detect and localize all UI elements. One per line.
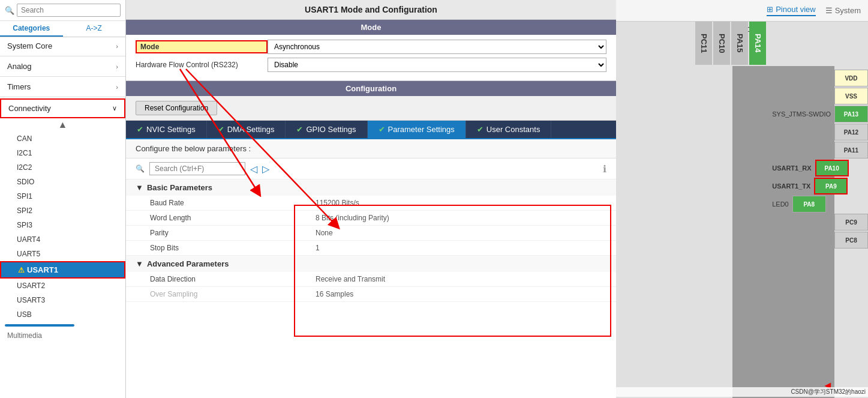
search-input[interactable]	[17, 4, 121, 17]
param-name-data-direction: Data Direction	[126, 272, 306, 286]
tab-user-constants[interactable]: ✔ User Constants	[466, 121, 552, 138]
param-tab-label: Parameter Settings	[388, 125, 455, 134]
sidebar-item-i2c2[interactable]: I2C2	[0, 160, 125, 175]
tab-nvic-settings[interactable]: ✔ NVIC Settings	[126, 121, 207, 138]
sidebar-item-usart2[interactable]: USART2	[0, 279, 125, 293]
pin-pa11[interactable]: PA11	[834, 142, 868, 158]
sidebar-group-connectivity[interactable]: Mode Connectivity ∨	[0, 98, 125, 118]
pin-pa15[interactable]: PA15	[731, 22, 748, 65]
sidebar-item-spi3[interactable]: SPI3	[0, 218, 125, 232]
params-area: Configure the below parameters : 🔍 ◁ ▷ ℹ…	[126, 139, 616, 398]
pin-vss[interactable]: VSS	[834, 88, 868, 104]
sidebar: 🔍 Categories A->Z System Core › Analog ›…	[0, 0, 126, 398]
search-icon: 🔍	[5, 6, 14, 15]
params-search-icon: 🔍	[136, 164, 145, 173]
timers-label: Timers	[7, 82, 31, 91]
right-panel: ⊞ Pinout view ☰ System b PC11 PC10 PA15	[616, 0, 868, 398]
sidebar-tabs: Categories A->Z	[0, 21, 125, 37]
sidebar-item-spi2[interactable]: SPI2	[0, 204, 125, 218]
mode-field-label-0: Mode	[136, 40, 268, 53]
pin-row-pc8: PC8	[772, 232, 868, 249]
tab-az[interactable]: A->Z	[63, 21, 126, 37]
sidebar-item-usart3[interactable]: USART3	[0, 293, 125, 307]
multimedia-group[interactable]: Multimedia	[0, 329, 125, 342]
sidebar-item-spi1[interactable]: SPI1	[0, 189, 125, 204]
param-value-data-direction[interactable]: Receive and Transmit	[306, 272, 616, 286]
param-name-parity: Parity	[126, 226, 306, 240]
sidebar-item-uart4[interactable]: UART4	[0, 232, 125, 247]
sidebar-group-analog[interactable]: Analog ›	[0, 58, 125, 75]
pin-row-pa12: PA12	[772, 124, 868, 140]
mode-select-0[interactable]: Asynchronous	[268, 40, 606, 54]
scroll-up-indicator: ▲	[0, 118, 125, 131]
mode-form: Mode Asynchronous Hardware Flow Control …	[126, 35, 616, 80]
pin-pc8[interactable]: PC8	[834, 232, 868, 249]
pin-pc9[interactable]: PC9	[834, 214, 868, 231]
params-configure-header: Configure the below parameters :	[126, 139, 616, 158]
params-search-input[interactable]	[149, 162, 245, 175]
pin-row-pa13: SYS_JTMS-SWDIO PA13	[772, 106, 868, 122]
analog-chevron-icon: ›	[116, 63, 118, 70]
system-view-button[interactable]: ☰ System	[825, 5, 861, 16]
sidebar-item-usb[interactable]: USB	[0, 307, 125, 322]
pin-row-pa11: PA11	[772, 142, 868, 158]
mode-section: Mode Mode Asynchronous Hardware Flow Con…	[126, 20, 616, 81]
advanced-params-group[interactable]: ▼ Advanced Parameters	[126, 256, 616, 272]
pin-pa9[interactable]: PA9	[814, 178, 848, 194]
sidebar-item-sdio[interactable]: SDIO	[0, 175, 125, 189]
sidebar-item-can[interactable]: CAN	[0, 131, 125, 146]
pin-pc10[interactable]: PC10	[713, 22, 730, 65]
param-value-stop-bits[interactable]: 1	[306, 241, 616, 255]
mode-row-0: Mode Asynchronous	[136, 40, 606, 54]
sidebar-group-timers[interactable]: Timers ›	[0, 78, 125, 95]
system-view-icon: ☰	[825, 6, 833, 15]
basic-params-label: Basic Parameters	[147, 183, 212, 192]
param-row-data-direction: Data Direction Receive and Transmit	[126, 272, 616, 287]
system-view-label: System	[835, 6, 861, 15]
gpio-check-icon: ✔	[296, 125, 303, 134]
pinout-view-button[interactable]: ⊞ Pinout view	[767, 5, 815, 16]
info-icon[interactable]: ℹ	[603, 163, 606, 175]
system-core-label: System Core	[7, 41, 52, 50]
pin-pc11[interactable]: PC11	[695, 22, 712, 65]
pin-row-pc9: PC9	[772, 214, 868, 231]
tab-dma-settings[interactable]: ✔ DMA Settings	[207, 121, 286, 138]
tab-parameter-settings[interactable]: ✔ Parameter Settings	[368, 121, 466, 138]
sidebar-group-system-core[interactable]: System Core ›	[0, 37, 125, 55]
user-constants-check-icon: ✔	[477, 125, 483, 134]
main-content: USART1 Mode and Configuration Mode Mode …	[126, 0, 616, 398]
config-section: Configuration Reset Configuration ✔ NVIC…	[126, 81, 616, 398]
pin-pa8[interactable]: PA8	[792, 196, 826, 213]
tab-gpio-settings[interactable]: ✔ GPIO Settings	[286, 121, 367, 138]
mode-field-label-1: Hardware Flow Control (RS232)	[136, 61, 268, 69]
pin-pa12[interactable]: PA12	[834, 124, 868, 140]
param-value-over-sampling[interactable]: 16 Samples	[306, 287, 616, 301]
nav-next-icon[interactable]: ▷	[262, 163, 269, 175]
main-title: USART1 Mode and Configuration	[126, 0, 616, 20]
nav-prev-icon[interactable]: ◁	[250, 163, 257, 175]
sidebar-items: System Core › Analog › Timers › Mode Con…	[0, 37, 125, 398]
params-container: ▼ Basic Parameters Baud Rate 115200 Bits…	[126, 179, 616, 302]
pin-pa14[interactable]: PA14	[749, 22, 766, 65]
pin-pa13[interactable]: PA13	[834, 106, 868, 122]
param-value-parity[interactable]: None	[306, 226, 616, 240]
mode-select-1[interactable]: Disable	[268, 58, 606, 72]
param-row-word-length: Word Length 8 Bits (including Parity)	[126, 211, 616, 226]
pin-vdd[interactable]: VDD	[834, 70, 868, 86]
param-value-word-length[interactable]: 8 Bits (including Parity)	[306, 211, 616, 225]
right-panel-header: ⊞ Pinout view ☰ System	[616, 0, 868, 22]
tab-categories[interactable]: Categories	[0, 21, 63, 37]
sidebar-item-usart1[interactable]: ⚠ USART1	[0, 261, 125, 279]
pin-pa10[interactable]: PA10	[815, 160, 849, 176]
usart1-warning-icon: ⚠	[18, 266, 25, 274]
pin-pa13-signal: SYS_JTMS-SWDIO	[772, 110, 831, 118]
system-core-chevron-icon: ›	[116, 43, 118, 50]
param-value-baud-rate[interactable]: 115200 Bits/s	[306, 196, 616, 210]
basic-params-group[interactable]: ▼ Basic Parameters	[126, 179, 616, 196]
reset-config-button[interactable]: Reset Configuration	[136, 101, 217, 115]
sidebar-search-bar: 🔍	[0, 0, 125, 21]
pin-row-pa9: USART1_TX PA9	[772, 178, 868, 194]
sidebar-item-i2c1[interactable]: I2C1	[0, 146, 125, 160]
param-name-word-length: Word Length	[126, 211, 306, 225]
sidebar-item-uart5[interactable]: UART5	[0, 247, 125, 261]
